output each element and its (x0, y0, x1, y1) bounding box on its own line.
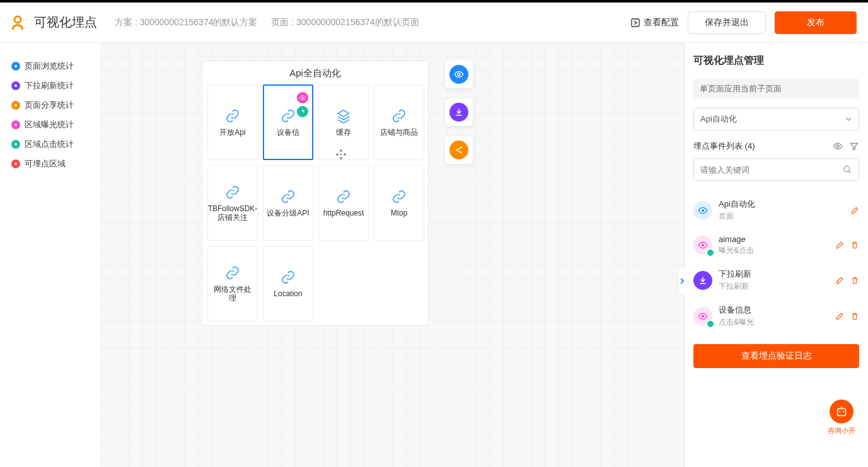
card-label: 缓存 (336, 128, 351, 137)
svg-point-6 (14, 143, 17, 146)
link-icon (335, 108, 352, 124)
svg-point-21 (843, 411, 844, 412)
svg-point-5 (14, 124, 17, 126)
page-label: 页面 : 3000000002156374的默认页面 (271, 17, 419, 27)
card-label: 店铺与商品 (380, 128, 418, 137)
helper-widget[interactable]: 咨询小开 (828, 400, 855, 435)
tool-view-button[interactable] (445, 61, 473, 88)
chevron-right-icon (680, 278, 684, 284)
event-type-icon (693, 236, 712, 255)
sidebar-dot-icon (11, 159, 20, 168)
api-card-0[interactable]: 开放Api (207, 84, 258, 160)
svg-point-20 (839, 411, 840, 412)
share-icon (454, 146, 463, 154)
exposure-badge-icon (296, 91, 310, 105)
svg-point-7 (14, 163, 17, 165)
api-card-1[interactable]: 设备信 (263, 84, 313, 160)
api-card-8[interactable]: 网络文件处理 (207, 246, 258, 321)
rpanel-title: 可视化埋点管理 (693, 54, 859, 67)
edit-icon[interactable] (835, 276, 844, 285)
sidebar-item-4[interactable]: 区域点击统计 (11, 139, 92, 150)
verify-log-button[interactable]: 查看埋点验证日志 (693, 344, 859, 368)
event-item-1[interactable]: aimage曝光&点击 (693, 228, 859, 262)
scheme-label: 方案 : 300000002156374的默认方案 (115, 17, 257, 27)
link-icon (224, 184, 241, 200)
tool-share-button[interactable] (445, 136, 473, 164)
card-label: 开放Api (219, 128, 245, 137)
api-panel: Api全自动化 开放Api设备信缓存店铺与商品TBFollowSDK-店铺关注设… (202, 61, 429, 326)
sidebar-label: 区域点击统计 (25, 139, 74, 150)
edit-icon[interactable] (835, 241, 844, 250)
search-input[interactable] (700, 165, 843, 175)
api-card-5[interactable]: 设备分级API (263, 165, 313, 241)
link-icon (280, 188, 296, 205)
card-label: 设备分级API (267, 209, 309, 217)
chevron-down-icon (845, 115, 852, 123)
link-icon (391, 188, 407, 205)
edit-icon[interactable] (835, 312, 844, 321)
link-icon (280, 108, 296, 124)
canvas: Api全自动化 开放Api设备信缓存店铺与商品TBFollowSDK-店铺关注设… (101, 43, 684, 467)
view-config-link[interactable]: 查看配置 (630, 17, 679, 28)
event-type-icon (693, 307, 712, 326)
sidebar-item-2[interactable]: 页面分享统计 (11, 100, 92, 111)
eye-icon (454, 69, 464, 79)
link-icon (391, 108, 407, 124)
delete-icon[interactable] (850, 312, 859, 321)
api-card-7[interactable]: Mtop (374, 165, 424, 241)
event-type-icon (693, 201, 712, 220)
svg-point-18 (702, 315, 704, 318)
sidebar: 页面浏览统计下拉刷新统计页面分享统计区域曝光统计区域点击统计可埋点区域 (0, 43, 101, 467)
event-item-2[interactable]: 下拉刷新下拉刷新 (693, 262, 859, 298)
card-label: httpRequest (323, 209, 364, 217)
save-exit-button[interactable]: 保存并退出 (688, 11, 766, 34)
event-subtitle: 点击&曝光 (719, 317, 829, 328)
api-card-9[interactable]: Location (263, 246, 313, 321)
link-icon (224, 265, 241, 281)
right-panel: 可视化埋点管理 单页面应用当前子页面 Api自动化 埋点事件列表 (4) Api… (684, 43, 868, 467)
svg-point-16 (702, 209, 704, 212)
sidebar-label: 页面分享统计 (25, 100, 74, 111)
sidebar-label: 可埋点区域 (25, 158, 66, 170)
card-label: 设备信 (277, 128, 299, 137)
event-subtitle: 下拉刷新 (719, 281, 829, 292)
event-subtitle: 页面 (719, 211, 844, 222)
sidebar-label: 页面浏览统计 (25, 61, 74, 72)
api-card-4[interactable]: TBFollowSDK-店铺关注 (207, 165, 258, 241)
edit-icon[interactable] (850, 206, 859, 215)
sidebar-item-1[interactable]: 下拉刷新统计 (11, 80, 92, 91)
delete-icon[interactable] (850, 276, 859, 285)
svg-point-17 (702, 244, 704, 246)
sidebar-dot-icon (11, 81, 20, 90)
search-box[interactable] (693, 158, 859, 181)
link-icon (335, 188, 352, 205)
api-card-2[interactable]: 缓存 (318, 84, 369, 160)
page-select[interactable]: Api自动化 (693, 108, 859, 130)
api-card-6[interactable]: httpRequest (318, 165, 369, 241)
api-card-3[interactable]: 店铺与商品 (374, 84, 424, 160)
tool-download-button[interactable] (445, 98, 473, 126)
delete-icon[interactable] (850, 241, 859, 250)
svg-point-14 (836, 145, 839, 147)
helper-icon (830, 400, 854, 424)
sidebar-label: 区域曝光统计 (25, 119, 74, 130)
sidebar-item-0[interactable]: 页面浏览统计 (11, 61, 92, 72)
svg-point-0 (14, 16, 21, 23)
search-icon (843, 165, 852, 175)
sidebar-item-3[interactable]: 区域曝光统计 (11, 119, 92, 130)
card-label: Location (274, 289, 302, 298)
publish-button[interactable]: 发布 (775, 11, 857, 34)
link-icon (280, 269, 296, 285)
event-subtitle: 曝光&点击 (719, 245, 829, 256)
eye-icon[interactable] (833, 141, 843, 151)
sidebar-item-5[interactable]: 可埋点区域 (11, 158, 92, 170)
svg-rect-19 (838, 408, 846, 415)
filter-icon[interactable] (849, 141, 859, 151)
event-item-3[interactable]: 设备信息点击&曝光 (693, 298, 859, 334)
scheme-info: 方案 : 300000002156374的默认方案 页面 : 300000000… (115, 17, 630, 28)
download-icon (454, 108, 463, 117)
collapse-handle[interactable] (678, 267, 685, 295)
event-item-0[interactable]: Api自动化页面 (693, 192, 859, 228)
panel-title: Api全自动化 (202, 67, 428, 79)
svg-point-15 (844, 166, 850, 171)
